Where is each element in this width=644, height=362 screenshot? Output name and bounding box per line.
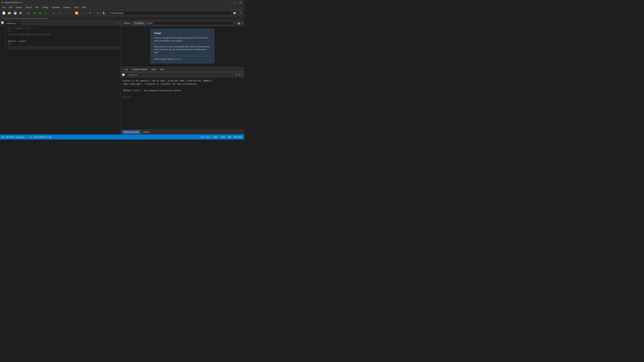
console-stop-icon[interactable]: ■ xyxy=(236,74,237,76)
source-tab[interactable]: Source xyxy=(122,21,132,25)
help-home-icon[interactable]: ⌂ xyxy=(234,22,236,24)
menu-item-debug[interactable]: Debug xyxy=(40,6,50,9)
home-button[interactable]: ⬆ xyxy=(238,11,243,16)
editor-tab-untitled[interactable]: untitled0.py* ✕ xyxy=(4,21,21,25)
line-num-1: 1 xyxy=(1,27,6,30)
usage-box: Usage Here you can get help of any objec… xyxy=(150,29,214,64)
main-content: ⬜ untitled0.py* ✕ ≡ 1 2 3 4 5 6 7 # -*- … xyxy=(0,20,244,134)
editor-tab-menu[interactable]: ≡ xyxy=(116,22,120,24)
console-tab-active[interactable]: Console 1/A ✕ xyxy=(126,73,142,76)
menu-item-help[interactable]: Help xyxy=(80,6,88,9)
menu-item-projects[interactable]: Projects xyxy=(62,6,72,9)
menu-item-search[interactable]: Search xyxy=(14,6,24,9)
console-tab-close[interactable]: ✕ xyxy=(138,74,140,76)
tutorial-link[interactable]: tutorial xyxy=(176,58,182,60)
run-button[interactable]: ▶ xyxy=(26,11,31,16)
python-env-button[interactable]: 🐍 xyxy=(101,11,106,16)
open-file-button[interactable]: 📂 xyxy=(7,11,12,16)
code-content[interactable]: # -*- coding: utf-8 -*- """ Created on W… xyxy=(7,26,120,134)
menu-item-consoles[interactable]: Consoles xyxy=(50,6,62,9)
code-line-1: # -*- coding: utf-8 -*- xyxy=(8,27,119,30)
console-line-2: Type "copyright", "credits" or "license"… xyxy=(123,83,242,86)
lsp-status-text: LSP Python: restarting ... xyxy=(5,136,26,138)
toolbar-separator-1 xyxy=(25,12,25,15)
usage-text: Here you can get help of any object by p… xyxy=(154,36,211,60)
console-prompt: In [1]: xyxy=(123,96,242,99)
preferences-button[interactable]: ⚙ xyxy=(96,11,100,16)
object-input[interactable] xyxy=(154,21,233,25)
conda-env-text: conda (Python 3.7.10) xyxy=(33,136,51,138)
breadcrumb-bar: C:\Users\gospel\Documents\ml template\hi… xyxy=(0,16,244,20)
line-num-7: 7 xyxy=(1,46,6,49)
line-num-6: 6 xyxy=(1,43,6,46)
title-bar-left: 🕷 Spyder (Python 3.7) xyxy=(1,1,23,4)
run-cell-advance-button[interactable]: ▣▶ xyxy=(38,11,43,16)
browse-button[interactable]: 📁 xyxy=(232,11,237,16)
continue-button[interactable]: ⏭ xyxy=(51,11,56,16)
stop-button[interactable]: ■ xyxy=(80,11,85,16)
help-toolbar: Source Console ▾ Object ⌂ 🔒 ≡ xyxy=(121,20,244,26)
editor-tabs: ⬜ untitled0.py* ✕ ≡ xyxy=(0,20,120,26)
code-line-4 xyxy=(8,36,119,40)
console-dropdown-arrow: ▾ xyxy=(142,22,144,24)
console-menu-icon[interactable]: ≡ xyxy=(242,74,243,76)
tab-plots[interactable]: Plots xyxy=(150,68,158,71)
menu-item-run[interactable]: Run xyxy=(34,6,40,9)
editor-tab-close[interactable]: ✕ xyxy=(18,22,19,24)
title-bar: 🕷 Spyder (Python 3.7) ─ □ ✕ xyxy=(0,0,244,5)
tab-files[interactable]: Files xyxy=(158,68,166,71)
code-area: 1 2 3 4 5 6 7 # -*- coding: utf-8 -*- ""… xyxy=(0,26,120,134)
cursor-pos-text: Line 7, Col 1 xyxy=(200,136,210,138)
console-prompt-text: In [1]: xyxy=(123,96,131,98)
help-tabs-bottom: Help Variable Explorer Plots Files xyxy=(121,67,244,72)
tab-history[interactable]: History xyxy=(141,130,151,134)
save-button[interactable]: 💾 xyxy=(13,11,18,16)
tab-ipython-console[interactable]: IPython console xyxy=(122,130,140,134)
save-all-button[interactable]: 💾+ xyxy=(18,11,24,16)
console-panel: ⬜ Console 1/A ✕ ■ 🗑 ≡ Python 3.7.10 (def… xyxy=(121,72,244,134)
menu-item-source[interactable]: Source xyxy=(24,6,34,9)
toolbar-separator-4 xyxy=(94,12,94,15)
close-button[interactable]: ✕ xyxy=(238,1,243,4)
menu-item-file[interactable]: File xyxy=(1,6,7,9)
step-button[interactable]: ↻ xyxy=(57,11,62,16)
menu-item-edit[interactable]: Edit xyxy=(7,6,14,9)
code-line-7 xyxy=(8,46,120,49)
console-output[interactable]: Python 3.7.10 (default, Feb 26 2021, 13:… xyxy=(121,78,244,130)
console-dropdown[interactable]: Console ▾ xyxy=(133,22,145,25)
console-trash-icon[interactable]: 🗑 xyxy=(238,74,240,76)
console-tab-label: Console 1/A xyxy=(128,74,138,76)
code-line-6: """ xyxy=(8,43,119,46)
help-panel: Source Console ▾ Object ⌂ 🔒 ≡ Usage Here… xyxy=(121,20,244,72)
fast-continue-button[interactable]: ⏩ xyxy=(74,11,79,16)
editor-tab-icon[interactable]: ⬜ xyxy=(1,20,4,25)
menu-item-tools[interactable]: Tools xyxy=(72,6,80,9)
code-line-5: @author: gospel xyxy=(8,40,119,43)
usage-p2: Help can also be shown automatically aft… xyxy=(154,45,211,54)
new-file-button[interactable]: 📄 xyxy=(1,11,6,16)
maximize-button[interactable]: □ xyxy=(232,1,238,4)
tab-variable-explorer[interactable]: Variable Explorer xyxy=(131,68,149,71)
tab-help[interactable]: Help xyxy=(122,68,130,72)
help-lock-icon[interactable]: 🔒 xyxy=(237,22,240,24)
right-panel: Source Console ▾ Object ⌂ 🔒 ≡ Usage Here… xyxy=(121,20,244,134)
line-num-3: 3 xyxy=(1,33,6,36)
step-out-button[interactable]: ↑ xyxy=(68,11,74,16)
editor-panel: ⬜ untitled0.py* ✕ ≡ 1 2 3 4 5 6 7 # -*- … xyxy=(0,20,121,134)
step-into-button[interactable]: ↓ xyxy=(63,11,68,16)
editor-tab-label: untitled0.py* xyxy=(6,22,16,24)
breadcrumb: C:\Users\gospel\Documents\ml template\hi… xyxy=(1,17,49,19)
console-line-1: Python 3.7.10 (default, Feb 26 2021, 13:… xyxy=(123,80,242,83)
run-cell-button[interactable]: ▶▣ xyxy=(32,11,37,16)
lsp-status-icon: ◉ xyxy=(2,136,4,138)
layout-button[interactable]: ⊞ xyxy=(88,11,93,16)
line-num-2: 2 xyxy=(1,30,6,33)
menu-bar: FileEditSearchSourceRunDebugConsolesProj… xyxy=(0,5,244,10)
path-input[interactable] xyxy=(108,11,232,15)
line-ending-text: CRLF xyxy=(221,136,226,138)
status-separator-1: | xyxy=(28,136,28,138)
minimize-button[interactable]: ─ xyxy=(227,1,232,4)
help-menu-icon[interactable]: ≡ xyxy=(242,22,243,24)
help-content: Usage Here you can get help of any objec… xyxy=(121,26,244,67)
run-line-button[interactable]: ↳ xyxy=(44,11,48,16)
